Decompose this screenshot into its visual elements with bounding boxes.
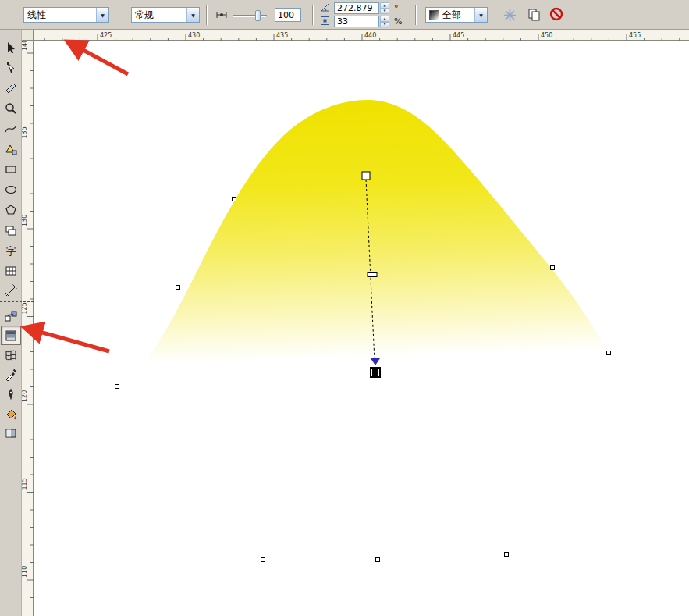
selection-handle[interactable] bbox=[606, 351, 611, 355]
fill-type-value: 线性 bbox=[27, 9, 46, 22]
toolbar-separator bbox=[312, 5, 314, 25]
interactive-fill-tool[interactable] bbox=[1, 326, 21, 345]
selection-handle[interactable] bbox=[261, 557, 265, 562]
chevron-down-icon[interactable]: ▼ bbox=[474, 8, 487, 22]
midpoint-slider[interactable] bbox=[233, 9, 267, 22]
eyedropper-tool[interactable] bbox=[1, 365, 21, 384]
ellipse-tool[interactable] bbox=[1, 180, 21, 200]
edge-pad-value: 33 bbox=[337, 16, 348, 27]
interactive-blend-tool[interactable] bbox=[1, 306, 21, 326]
mesh-fill-tool[interactable] bbox=[1, 345, 21, 365]
polygon-tool[interactable] bbox=[1, 200, 21, 220]
text-tool[interactable]: 字 bbox=[1, 240, 21, 261]
crop-tool[interactable] bbox=[1, 78, 21, 98]
property-bar: 线性 ▼ 常规 ▼ 100 272.879 ▲ ▼ ° 33 ▲ ▼ % bbox=[0, 0, 689, 30]
interactive-transparency-tool[interactable] bbox=[1, 423, 21, 443]
svg-text:130: 130 bbox=[22, 215, 28, 226]
ps-fill-options-icon[interactable] bbox=[503, 9, 517, 22]
selection-handle[interactable] bbox=[115, 384, 119, 389]
angle-value: 272.879 bbox=[337, 3, 373, 13]
table-tool[interactable] bbox=[1, 261, 21, 281]
svg-text:120: 120 bbox=[22, 390, 28, 402]
svg-text:440: 440 bbox=[364, 32, 376, 39]
pick-tool[interactable] bbox=[1, 37, 21, 58]
dimension-tool[interactable] bbox=[1, 281, 21, 301]
slider-thumb[interactable] bbox=[255, 10, 261, 21]
spinner-up-icon[interactable]: ▲ bbox=[380, 2, 389, 9]
freehand-tool[interactable] bbox=[1, 119, 21, 139]
edge-pad-icon bbox=[320, 16, 330, 26]
selection-handle[interactable] bbox=[375, 557, 380, 562]
percent-unit-label: % bbox=[394, 16, 402, 27]
smart-fill-tool[interactable] bbox=[1, 139, 21, 159]
chevron-down-icon[interactable]: ▼ bbox=[96, 8, 108, 22]
svg-text:125: 125 bbox=[22, 302, 28, 314]
bell-shape-object[interactable] bbox=[34, 41, 689, 616]
fill-tool[interactable] bbox=[1, 404, 21, 423]
selection-handle[interactable] bbox=[232, 197, 236, 201]
selection-handle[interactable] bbox=[176, 285, 180, 290]
degree-unit-label: ° bbox=[394, 3, 399, 13]
fill-type-dropdown[interactable]: 线性 ▼ bbox=[23, 7, 109, 23]
fill-style-value: 常规 bbox=[135, 9, 154, 22]
slider-track bbox=[233, 15, 267, 17]
selection-handle[interactable] bbox=[504, 552, 509, 557]
fill-style-dropdown[interactable]: 常规 ▼ bbox=[131, 7, 200, 23]
svg-text:450: 450 bbox=[541, 32, 552, 39]
fountain-start-handle[interactable] bbox=[362, 172, 370, 180]
color-blend-value: 全部 bbox=[442, 9, 461, 22]
bell-shape-path[interactable] bbox=[117, 100, 609, 560]
copy-fill-properties-button[interactable] bbox=[527, 8, 541, 21]
spinner-down-icon[interactable]: ▼ bbox=[380, 22, 389, 28]
toolbox-divider-dashes bbox=[0, 301, 34, 302]
zoom-tool[interactable] bbox=[1, 98, 21, 119]
ruler-corner bbox=[22, 30, 34, 41]
svg-text:445: 445 bbox=[453, 32, 464, 39]
horizontal-ruler[interactable]: 425430435440445450455 bbox=[34, 30, 689, 41]
edge-pad-input[interactable]: 33 bbox=[334, 16, 379, 27]
svg-text:435: 435 bbox=[276, 32, 288, 39]
spinner-down-icon[interactable]: ▼ bbox=[380, 9, 389, 15]
outline-pen-tool[interactable] bbox=[1, 384, 21, 404]
midpoint-input[interactable]: 100 bbox=[275, 8, 301, 22]
drawing-canvas[interactable] bbox=[34, 41, 689, 616]
spinner-up-icon[interactable]: ▲ bbox=[380, 16, 389, 22]
shape-tool[interactable] bbox=[1, 58, 21, 78]
svg-text:115: 115 bbox=[22, 478, 28, 490]
edge-pad-spinner[interactable]: ▲ ▼ bbox=[380, 16, 389, 27]
angle-input[interactable]: 272.879 bbox=[334, 2, 379, 14]
angle-icon bbox=[320, 2, 330, 12]
toolbar-separator bbox=[415, 5, 417, 25]
svg-text:425: 425 bbox=[100, 32, 112, 39]
svg-text:430: 430 bbox=[188, 32, 200, 39]
basic-shapes-tool[interactable] bbox=[1, 220, 21, 240]
fountain-midpoint-handle[interactable] bbox=[368, 273, 377, 277]
gradient-swatch-icon bbox=[429, 10, 439, 20]
color-blend-dropdown[interactable]: 全部 ▼ bbox=[425, 7, 488, 23]
midpoint-icon bbox=[215, 9, 228, 21]
angle-spinner[interactable]: ▲ ▼ bbox=[380, 2, 389, 14]
svg-text:110: 110 bbox=[22, 566, 28, 578]
svg-text:字: 字 bbox=[6, 245, 16, 257]
vertical-ruler[interactable]: 140135130125120115110 bbox=[22, 41, 34, 616]
midpoint-value: 100 bbox=[278, 10, 294, 20]
selection-handle[interactable] bbox=[550, 265, 555, 270]
svg-text:135: 135 bbox=[22, 126, 28, 138]
chevron-down-icon[interactable]: ▼ bbox=[186, 8, 199, 22]
toolbar-separator bbox=[206, 5, 208, 25]
svg-text:140: 140 bbox=[22, 41, 28, 51]
svg-text:455: 455 bbox=[629, 32, 641, 39]
rectangle-tool[interactable] bbox=[1, 159, 21, 180]
no-fill-button[interactable] bbox=[549, 7, 563, 21]
toolbox: 字 bbox=[0, 30, 22, 616]
